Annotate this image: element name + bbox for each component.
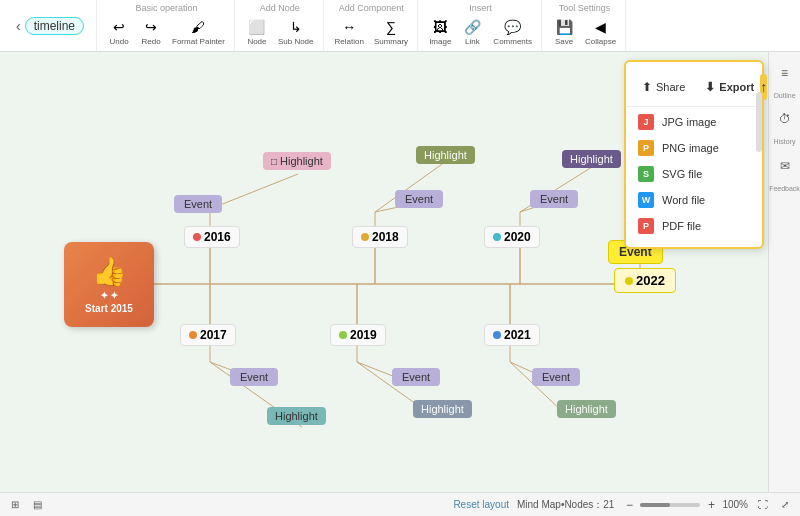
undo-button[interactable]: ↩ Undo: [105, 16, 133, 48]
event-node-2[interactable]: Event: [395, 190, 443, 208]
highlight-node-2[interactable]: Highlight: [416, 146, 475, 164]
event-label-6: Event: [542, 371, 570, 383]
zoom-bar: [640, 503, 700, 507]
start-node-text: Start 2015: [85, 303, 133, 314]
share-button[interactable]: ⬆ Share: [636, 78, 691, 96]
toolbar-items-add-node: ⬜ Node ↳ Sub Node: [243, 16, 317, 48]
format-painter-button[interactable]: 🖌 Format Painter: [169, 16, 228, 48]
redo-button[interactable]: ↪ Redo: [137, 16, 165, 48]
svg-icon: S: [638, 166, 654, 182]
panel-scrollbar[interactable]: [756, 92, 762, 152]
format-painter-label: Format Painter: [172, 37, 225, 46]
event-node-1[interactable]: Event: [174, 195, 222, 213]
history-icon: ⏱: [779, 112, 791, 126]
link-icon: 🔗: [463, 18, 481, 36]
toolbar-items-tool-settings: 💾 Save ◀ Collapse: [550, 16, 619, 48]
collapse-button[interactable]: ◀ Collapse: [582, 16, 619, 48]
link-button[interactable]: 🔗 Link: [458, 16, 486, 48]
start-node-label: ✦ ✦: [100, 290, 119, 301]
event-node-6[interactable]: Event: [532, 368, 580, 386]
highlight-label-1: Highlight: [280, 155, 323, 167]
sub-node-label: Sub Node: [278, 37, 314, 46]
zoom-in-button[interactable]: +: [704, 498, 718, 512]
fullscreen-button[interactable]: ⤢: [778, 498, 792, 512]
image-button[interactable]: 🖼 Image: [426, 16, 454, 48]
export-panel: ⬆ Share ⬇ Export ↑ J JPG image P: [624, 60, 764, 249]
year-label-2019: 2019: [350, 328, 377, 342]
save-label: Save: [555, 37, 573, 46]
highlight-node-6[interactable]: Highlight: [557, 400, 616, 418]
relation-icon: ↔: [340, 18, 358, 36]
reset-layout-button[interactable]: Reset layout: [453, 499, 509, 510]
export-button[interactable]: ⬇ Export: [699, 78, 760, 96]
breadcrumb-title: timeline: [25, 17, 84, 35]
undo-icon: ↩: [110, 18, 128, 36]
share-icon: ⬆: [642, 80, 652, 94]
zoom-bar-fill: [640, 503, 670, 507]
event-label-4: Event: [240, 371, 268, 383]
toolbar-items-add-component: ↔ Relation ∑ Summary: [332, 16, 412, 48]
redo-icon: ↪: [142, 18, 160, 36]
summary-button[interactable]: ∑ Summary: [371, 16, 411, 48]
sub-node-button[interactable]: ↳ Sub Node: [275, 16, 317, 48]
export-label: Export: [719, 81, 754, 93]
export-svg-button[interactable]: S SVG file: [626, 161, 762, 187]
event-node-3[interactable]: Event: [530, 190, 578, 208]
year-label-2017: 2017: [200, 328, 227, 342]
back-button[interactable]: ‹ timeline: [10, 14, 90, 38]
export-word-button[interactable]: W Word file: [626, 187, 762, 213]
highlight-node-3[interactable]: Highlight: [562, 150, 621, 168]
export-jpg-button[interactable]: J JPG image: [626, 109, 762, 135]
year-node-2021[interactable]: 2021: [484, 324, 540, 346]
year-label-2021: 2021: [504, 328, 531, 342]
zoom-control: − + 100%: [622, 498, 748, 512]
export-png-button[interactable]: P PNG image: [626, 135, 762, 161]
status-bar-right: Reset layout Mind Map•Nodes：21 − + 100% …: [453, 498, 792, 512]
year-dot-2017: [189, 331, 197, 339]
history-label: History: [774, 138, 796, 146]
zoom-out-button[interactable]: −: [622, 498, 636, 512]
highlight-node-1[interactable]: □ Highlight: [263, 152, 331, 170]
event-node-5[interactable]: Event: [392, 368, 440, 386]
year-node-2022[interactable]: 2022: [614, 268, 676, 293]
png-icon: P: [638, 140, 654, 156]
export-icon: ⬇: [705, 80, 715, 94]
status-mode: Mind Map•Nodes：21: [517, 498, 614, 512]
history-button[interactable]: ⏱: [772, 106, 798, 132]
year-node-2016[interactable]: 2016: [184, 226, 240, 248]
feedback-label: Feedback: [769, 185, 800, 193]
main-content: 👍 ✦ ✦ Start 2015 2016 2017 2018: [0, 52, 800, 492]
year-node-2020[interactable]: 2020: [484, 226, 540, 248]
save-button[interactable]: 💾 Save: [550, 16, 578, 48]
feedback-button[interactable]: ✉: [772, 153, 798, 179]
status-icon-2: ▤: [30, 498, 44, 512]
status-icon-1: ⊞: [8, 498, 22, 512]
highlight-node-5[interactable]: Highlight: [413, 400, 472, 418]
sub-node-icon: ↳: [287, 18, 305, 36]
outline-button[interactable]: ≡: [772, 60, 798, 86]
svg-line-9: [210, 174, 298, 209]
export-pdf-button[interactable]: P PDF file: [626, 213, 762, 239]
jpg-icon: J: [638, 114, 654, 130]
section-label-add-node: Add Node: [260, 3, 300, 13]
event-node-4[interactable]: Event: [230, 368, 278, 386]
year-node-2019[interactable]: 2019: [330, 324, 386, 346]
jpg-label: JPG image: [662, 116, 716, 128]
node-button[interactable]: ⬜ Node: [243, 16, 271, 48]
year-node-2017[interactable]: 2017: [180, 324, 236, 346]
fit-screen-button[interactable]: ⛶: [756, 498, 770, 512]
comments-button[interactable]: 💬 Comments: [490, 16, 535, 48]
start-node[interactable]: 👍 ✦ ✦ Start 2015: [64, 242, 154, 327]
start-node-emoji: 👍: [92, 255, 127, 288]
outline-icon: ≡: [781, 66, 788, 80]
event-label-3: Event: [540, 193, 568, 205]
highlight-label-4: Highlight: [275, 410, 318, 422]
relation-button[interactable]: ↔ Relation: [332, 16, 367, 48]
toolbar: ‹ timeline Basic operation ↩ Undo ↪ Redo…: [0, 0, 800, 52]
back-arrow-icon: ‹: [16, 18, 21, 34]
svg-label: SVG file: [662, 168, 702, 180]
highlight-node-4[interactable]: Highlight: [267, 407, 326, 425]
comments-label: Comments: [493, 37, 532, 46]
year-node-2018[interactable]: 2018: [352, 226, 408, 248]
share-label: Share: [656, 81, 685, 93]
